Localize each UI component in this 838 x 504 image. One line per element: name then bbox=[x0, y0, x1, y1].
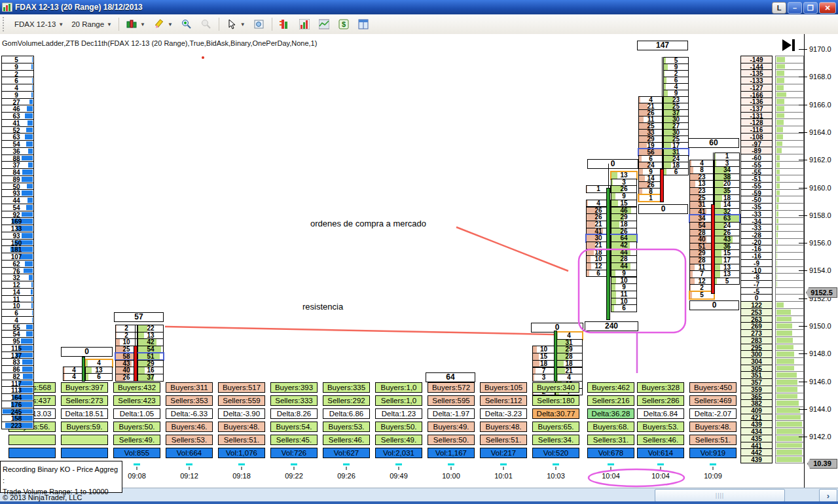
cursor-button[interactable]: ▼ bbox=[222, 16, 249, 32]
delta-box: Delta:-3.90 bbox=[218, 408, 265, 419]
ask-cell: 5 bbox=[714, 278, 740, 285]
ask-value: 26 bbox=[611, 186, 636, 192]
close-button[interactable]: ✕ bbox=[819, 2, 836, 14]
left-volume-bar bbox=[31, 303, 33, 308]
vol-box: Vol:855 bbox=[113, 448, 160, 458]
window-title: FDAX 12-13 (20 Range) 18/12/2013 bbox=[15, 3, 143, 12]
left-volume-value: 223 bbox=[2, 422, 31, 429]
bid-value: 5 bbox=[690, 292, 714, 298]
horizontal-scrollbar[interactable]: |||| › bbox=[0, 488, 838, 502]
delta-bar bbox=[776, 78, 784, 83]
chart-area[interactable]: GomVolumeLadder,ZTB Dec11th(FDAX 12-13 (… bbox=[0, 34, 838, 504]
scrollbar-thumb[interactable]: |||| bbox=[655, 489, 785, 502]
toolbar: FDAX 12-13▼ 20 Range▼ ▼ ▼ bbox=[0, 14, 838, 35]
sellers-pct-box: Sellers:51. bbox=[218, 435, 265, 445]
chart-style-button[interactable]: ▼ bbox=[122, 16, 149, 32]
minimize-button[interactable]: – bbox=[788, 2, 802, 14]
delta-bar bbox=[776, 281, 777, 287]
bid-value: 13 bbox=[690, 181, 714, 187]
dollar-icon: $ bbox=[338, 18, 350, 30]
delta-bar bbox=[776, 85, 784, 90]
mini-chart-icon bbox=[318, 18, 330, 30]
delta-bar bbox=[776, 457, 802, 462]
delta-box: Delta:-2.07 bbox=[689, 408, 737, 419]
time-tick bbox=[451, 467, 452, 470]
snapshot-button[interactable] bbox=[249, 16, 269, 32]
price-tick bbox=[799, 160, 807, 160]
bid-value: 10 bbox=[116, 339, 137, 346]
zoom-out-button[interactable] bbox=[196, 16, 216, 32]
candle-wick bbox=[662, 57, 663, 169]
price-label: 9158.0 bbox=[809, 211, 831, 219]
left-volume-bar bbox=[31, 92, 33, 98]
delta-bar bbox=[776, 190, 780, 196]
bid-value: 1 bbox=[639, 195, 663, 202]
ask-value: 13 bbox=[86, 367, 112, 374]
bid-value: 7 bbox=[533, 368, 555, 374]
time-tick bbox=[713, 467, 714, 470]
drawing-tools-button[interactable]: ▼ bbox=[149, 16, 177, 32]
toolbar-grip[interactable] bbox=[3, 17, 8, 31]
delta-bar bbox=[776, 57, 785, 62]
sellers-box: Sellers:216 bbox=[587, 395, 634, 406]
ladder-top-box: 60 bbox=[688, 138, 739, 148]
delta-bar bbox=[776, 64, 785, 69]
mini-chart-button[interactable] bbox=[314, 16, 334, 32]
price-tick bbox=[799, 326, 807, 327]
indicator-label: GomVolumeLadder,ZTB Dec11th(FDAX 12-13 (… bbox=[2, 39, 317, 47]
period-selector[interactable]: 20 Range▼ bbox=[67, 18, 116, 30]
delta-bar bbox=[776, 176, 780, 181]
bid-value: 7 bbox=[690, 271, 714, 278]
delta-bar bbox=[776, 274, 777, 279]
time-label: 10:09 bbox=[704, 472, 722, 480]
delta-bar bbox=[776, 401, 799, 406]
ask-value: 44 bbox=[611, 263, 636, 270]
ask-value: 15 bbox=[715, 250, 739, 257]
data-panel-button[interactable] bbox=[354, 16, 373, 32]
time-label: 09:49 bbox=[390, 472, 408, 480]
price-tick bbox=[799, 409, 807, 410]
ask-value: 26 bbox=[715, 230, 739, 236]
ask-value: 13 bbox=[715, 264, 739, 271]
price-label: 9166.0 bbox=[809, 101, 831, 109]
go-to-last-bar-icon[interactable] bbox=[781, 38, 798, 55]
layout-button[interactable]: L bbox=[772, 2, 786, 14]
volume-histogram-button[interactable] bbox=[295, 16, 314, 32]
vol-box: Vol:2,031 bbox=[375, 448, 422, 458]
price-label: 9146.0 bbox=[809, 378, 831, 386]
buyers-box: Buyers:105 bbox=[480, 382, 527, 393]
ask-value: 10 bbox=[611, 278, 636, 284]
buyers-box: Buyers:450 bbox=[689, 382, 737, 393]
chevron-down-icon: ▼ bbox=[58, 22, 64, 27]
ask-value: 32 bbox=[715, 209, 739, 215]
delta-bar bbox=[776, 183, 780, 189]
buyers-pct-box: Buyers:50. bbox=[113, 422, 160, 432]
maximize-button[interactable]: ❐ bbox=[803, 2, 818, 14]
ask-value: 5 bbox=[715, 278, 739, 285]
dollar-button[interactable]: $ bbox=[334, 16, 354, 32]
ask-value: 34 bbox=[715, 167, 739, 173]
title-bar[interactable]: FDAX 12-13 (20 Range) 18/12/2013 L – ❐ ✕ bbox=[0, 0, 838, 14]
buyers-box: Buyers:335 bbox=[323, 382, 370, 393]
price-tick bbox=[799, 49, 807, 50]
buyers-pct-box: Buyers:53. bbox=[637, 422, 684, 432]
candle-body bbox=[82, 357, 85, 382]
delta-bar bbox=[776, 394, 797, 399]
price-label: 9156.0 bbox=[809, 239, 831, 247]
delta-bar bbox=[776, 317, 792, 322]
buyers-box: Buyers:340 bbox=[532, 382, 579, 393]
left-volume-bar bbox=[31, 297, 33, 302]
ladder-bottom-box: 0 bbox=[638, 204, 688, 214]
bid-value: 12 bbox=[690, 278, 714, 285]
instrument-selector[interactable]: FDAX 12-13▼ bbox=[10, 18, 67, 30]
scrollbar-right-arrow[interactable]: › bbox=[819, 489, 837, 502]
ask-value: 9 bbox=[611, 193, 636, 200]
delta-bar bbox=[776, 219, 778, 224]
bid-value: 54 bbox=[690, 223, 714, 229]
bid-value: 2 bbox=[690, 285, 714, 291]
zoom-in-button[interactable] bbox=[177, 16, 196, 32]
bidask-ladder-button[interactable] bbox=[275, 16, 295, 32]
delta-bar bbox=[776, 120, 784, 125]
buyers-pct-box: Buyers:48. bbox=[218, 422, 265, 432]
bid-value: 10 bbox=[533, 346, 555, 353]
